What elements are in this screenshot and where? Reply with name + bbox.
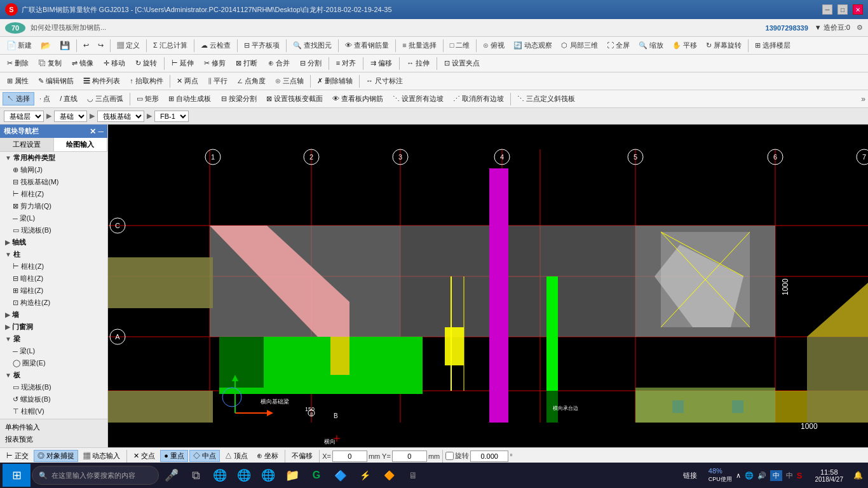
- pan-button[interactable]: ✋ 平移: [668, 39, 701, 52]
- sidebar-tab-drawing-input[interactable]: 绘图输入: [54, 138, 108, 151]
- set-cross-section-button[interactable]: ⊠ 设置筏板变截面: [262, 92, 327, 105]
- taskbar-app-3[interactable]: ⚡: [353, 464, 376, 487]
- tree-item-col-cap[interactable]: ⊤ 柱帽(V): [0, 405, 107, 417]
- redo-button[interactable]: ↪: [94, 39, 107, 51]
- view-rebar-button[interactable]: 👁 查看钢筋量: [341, 39, 393, 52]
- fullscreen-button[interactable]: ⛶ 全屏: [603, 39, 634, 52]
- property-button[interactable]: ⊞ 属性: [3, 74, 33, 88]
- rotate-checkbox[interactable]: [445, 452, 454, 460]
- taskbar-app-ie[interactable]: 🌐: [233, 464, 255, 487]
- split-button[interactable]: ⊟ 分割: [295, 57, 326, 70]
- cloud-check-button[interactable]: ☁ 云检查: [197, 39, 234, 52]
- auto-slab-button[interactable]: ⊞ 自动生成板: [164, 92, 215, 105]
- clock[interactable]: 11:58 2018/4/27: [810, 468, 849, 483]
- split-by-beam-button[interactable]: ⊟ 按梁分割: [217, 92, 261, 105]
- rotate-button[interactable]: ↻ 旋转: [131, 57, 161, 70]
- raft-foundation-dropdown[interactable]: 筏板基础: [97, 111, 144, 122]
- save-button[interactable]: 💾: [56, 39, 74, 52]
- sidebar-close-icon[interactable]: ✕ ─: [90, 127, 104, 136]
- snap-intersection[interactable]: ✕ 交点: [130, 450, 159, 462]
- tree-item-ring-beam[interactable]: ◯ 圈梁(E): [0, 357, 107, 369]
- taskbar-app-folder[interactable]: 📁: [281, 464, 304, 487]
- report-preview[interactable]: 报表预览: [3, 433, 105, 445]
- cad-drawing[interactable]: 1 2 3 4 5 6 7 C A: [108, 125, 868, 447]
- taskbar-task-view[interactable]: ⧉: [184, 464, 207, 487]
- tree-item-frame-col2[interactable]: ⊢ 框柱(Z): [0, 261, 107, 273]
- set-all-slope-button[interactable]: ⋱ 设置所有边坡: [388, 92, 448, 105]
- tree-item-shear-wall[interactable]: ⊠ 剪力墙(Q): [0, 200, 107, 212]
- taskbar-app-5[interactable]: 🖥: [402, 464, 424, 487]
- snap-vertex[interactable]: △ 顶点: [221, 450, 252, 462]
- foundation-dropdown[interactable]: 基础: [54, 111, 87, 122]
- ime-indicator[interactable]: 中: [786, 471, 793, 480]
- settings-icon[interactable]: ⚙: [857, 24, 863, 32]
- extend-button[interactable]: ⊢ 延伸: [167, 57, 198, 70]
- stretch-button[interactable]: ↔ 拉伸: [402, 57, 434, 70]
- rotate-input[interactable]: [470, 451, 508, 462]
- tree-group-door-window[interactable]: ▶ 门窗洞: [0, 321, 107, 333]
- view-slab-rebar-button[interactable]: 👁 查看板内钢筋: [328, 92, 388, 105]
- cancel-all-slope-button[interactable]: ⋰ 取消所有边坡: [449, 92, 508, 105]
- sidebar-tab-project-settings[interactable]: 工程设置: [0, 138, 54, 151]
- taskbar-app-greend[interactable]: 🔷: [329, 464, 352, 487]
- top-view-button[interactable]: ⊙ 俯视: [479, 39, 508, 52]
- snap-dynamic[interactable]: ▦ 动态输入: [79, 450, 124, 462]
- taskbar-app-edge[interactable]: 🌐: [208, 464, 231, 487]
- minimize-button[interactable]: ─: [822, 4, 832, 15]
- calc-button[interactable]: Σ 汇总计算: [149, 39, 191, 52]
- tree-group-col[interactable]: ▼ 柱: [0, 248, 107, 261]
- edit-rebar-button[interactable]: ✎ 编辑钢筋: [34, 74, 78, 88]
- break-button[interactable]: ⊠ 打断: [231, 57, 262, 70]
- tree-group-wall[interactable]: ▶ 墙: [0, 309, 107, 321]
- tree-item-cast-slab[interactable]: ▭ 现浇板(B): [0, 224, 107, 236]
- tree-group-slab[interactable]: ▼ 板: [0, 369, 107, 381]
- lang-indicator[interactable]: 中: [770, 470, 782, 481]
- snap-midpoint[interactable]: ◇ 中点: [189, 450, 220, 462]
- align-button[interactable]: ⊟ 平齐板项: [240, 39, 283, 52]
- snap-orthogonal[interactable]: ⊢ 正交: [3, 450, 32, 462]
- snap-object[interactable]: ◎ 对象捕捉: [34, 450, 78, 462]
- find-button[interactable]: 🔍 查找图元: [289, 39, 336, 52]
- tree-item-spiral-slab[interactable]: ↺ 螺旋板(B): [0, 393, 107, 405]
- open-button[interactable]: 📂: [37, 39, 55, 52]
- tree-item-struct-col[interactable]: ⊡ 构造柱(Z): [0, 297, 107, 309]
- define-slope-button[interactable]: ⋱ 三点定义斜筏板: [513, 92, 580, 105]
- point-tool-button[interactable]: · 点: [35, 92, 55, 105]
- canvas-area[interactable]: 1 2 3 4 5 6 7 C A: [108, 125, 868, 447]
- two-point-button[interactable]: ✕ 两点: [172, 74, 203, 88]
- tree-item-beam[interactable]: ─ 梁(L): [0, 212, 107, 224]
- clamp-button[interactable]: ⊡ 设置夹点: [440, 57, 484, 70]
- rotate-screen-button[interactable]: ↻ 屏幕旋转: [702, 39, 745, 52]
- x-input[interactable]: [332, 451, 367, 462]
- single-component-input[interactable]: 单构件输入: [3, 421, 105, 433]
- start-button[interactable]: ⊞: [3, 464, 31, 487]
- point-angle-button[interactable]: ∠ 点角度: [233, 74, 270, 88]
- base-layer-dropdown[interactable]: 基础层: [4, 111, 44, 122]
- notification-bell[interactable]: 🔔: [851, 471, 865, 480]
- taskbar-app-4[interactable]: 🔶: [377, 464, 400, 487]
- network-icon[interactable]: 🌐: [745, 471, 754, 480]
- move-button[interactable]: ✛ 移动: [99, 57, 130, 70]
- line-tool-button[interactable]: / 直线: [55, 92, 82, 105]
- snap-coords[interactable]: ⊕ 坐标: [253, 450, 282, 462]
- tree-group-beam[interactable]: ▼ 梁: [0, 333, 107, 345]
- copy-button[interactable]: ⿻ 复制: [34, 57, 66, 70]
- close-button[interactable]: ✕: [853, 4, 863, 15]
- trim-button[interactable]: ✂ 修剪: [200, 57, 230, 70]
- mirror-button[interactable]: ⇌ 镜像: [67, 57, 98, 70]
- y-input[interactable]: [392, 451, 427, 462]
- up-arrow-icon[interactable]: ∧: [736, 471, 741, 480]
- align-edit-button[interactable]: ≡ 对齐: [332, 57, 360, 70]
- dimension-button[interactable]: ↔ 尺寸标注: [362, 74, 407, 88]
- 2d-button[interactable]: □ 二维: [446, 39, 474, 52]
- new-button[interactable]: 📄新建: [3, 39, 36, 52]
- tree-group-axis[interactable]: ▶ 轴线: [0, 236, 107, 248]
- tree-item-cast-slab2[interactable]: ▭ 现浇板(B): [0, 381, 107, 393]
- define-button[interactable]: ▦ 定义: [113, 39, 144, 52]
- volume-icon[interactable]: 🔊: [757, 471, 766, 480]
- tree-item-beam2[interactable]: ─ 梁(L): [0, 345, 107, 357]
- fb1-dropdown[interactable]: FB-1: [154, 111, 189, 122]
- component-list-button[interactable]: ☰ 构件列表: [79, 74, 125, 88]
- select-tool-button[interactable]: ↖ 选择: [3, 92, 34, 105]
- tree-item-raft-foundation-common[interactable]: ⊟ 筏板基础(M): [0, 176, 107, 188]
